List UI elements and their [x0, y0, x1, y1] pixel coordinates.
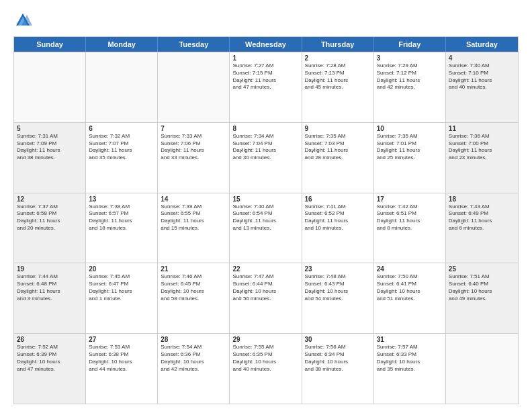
day-number: 8 [232, 125, 298, 132]
calendar-row: 12Sunrise: 7:37 AM Sunset: 6:58 PM Dayli… [14, 193, 518, 263]
calendar-cell: 11Sunrise: 7:36 AM Sunset: 7:00 PM Dayli… [446, 123, 518, 193]
cell-info: Sunrise: 7:42 AM Sunset: 6:51 PM Dayligh… [377, 203, 443, 232]
cell-info: Sunrise: 7:51 AM Sunset: 6:40 PM Dayligh… [449, 273, 515, 302]
cell-info: Sunrise: 7:55 AM Sunset: 6:35 PM Dayligh… [232, 344, 298, 373]
day-number: 9 [305, 125, 371, 132]
cell-info: Sunrise: 7:52 AM Sunset: 6:39 PM Dayligh… [17, 344, 83, 373]
calendar-cell: 13Sunrise: 7:38 AM Sunset: 6:57 PM Dayli… [86, 193, 158, 263]
logo [13, 11, 35, 30]
cell-info: Sunrise: 7:34 AM Sunset: 7:04 PM Dayligh… [232, 133, 298, 162]
header [13, 11, 519, 30]
calendar-cell: 30Sunrise: 7:56 AM Sunset: 6:34 PM Dayli… [302, 334, 374, 404]
cell-info: Sunrise: 7:54 AM Sunset: 6:36 PM Dayligh… [161, 344, 226, 373]
calendar-header: SundayMondayTuesdayWednesdayThursdayFrid… [14, 37, 518, 52]
cell-info: Sunrise: 7:39 AM Sunset: 6:55 PM Dayligh… [161, 203, 226, 232]
calendar-row: 26Sunrise: 7:52 AM Sunset: 6:39 PM Dayli… [14, 333, 518, 404]
cell-info: Sunrise: 7:41 AM Sunset: 6:52 PM Dayligh… [305, 203, 371, 232]
cell-info: Sunrise: 7:29 AM Sunset: 7:12 PM Dayligh… [377, 62, 443, 91]
cell-info: Sunrise: 7:27 AM Sunset: 7:15 PM Dayligh… [232, 62, 298, 91]
day-number: 21 [161, 265, 226, 273]
calendar-cell: 17Sunrise: 7:42 AM Sunset: 6:51 PM Dayli… [374, 193, 446, 263]
calendar-cell: 4Sunrise: 7:30 AM Sunset: 7:10 PM Daylig… [446, 52, 518, 122]
cell-info: Sunrise: 7:43 AM Sunset: 6:49 PM Dayligh… [449, 203, 515, 232]
cell-info: Sunrise: 7:40 AM Sunset: 6:54 PM Dayligh… [232, 203, 298, 232]
calendar-cell: 15Sunrise: 7:40 AM Sunset: 6:54 PM Dayli… [230, 193, 302, 263]
calendar-cell: 26Sunrise: 7:52 AM Sunset: 6:39 PM Dayli… [14, 334, 86, 404]
day-number: 30 [305, 336, 371, 343]
calendar-cell: 3Sunrise: 7:29 AM Sunset: 7:12 PM Daylig… [374, 52, 446, 122]
cell-info: Sunrise: 7:35 AM Sunset: 7:03 PM Dayligh… [305, 133, 371, 162]
day-number: 1 [232, 54, 298, 62]
page: SundayMondayTuesdayWednesdayThursdayFrid… [0, 0, 532, 411]
cell-info: Sunrise: 7:30 AM Sunset: 7:10 PM Dayligh… [449, 62, 515, 91]
calendar-cell: 1Sunrise: 7:27 AM Sunset: 7:15 PM Daylig… [230, 52, 302, 122]
day-number: 14 [161, 195, 226, 203]
day-number: 31 [377, 336, 443, 343]
weekday-header: Friday [374, 37, 446, 52]
calendar-cell: 2Sunrise: 7:28 AM Sunset: 7:13 PM Daylig… [302, 52, 374, 122]
cell-info: Sunrise: 7:33 AM Sunset: 7:06 PM Dayligh… [161, 133, 226, 162]
day-number: 7 [161, 125, 226, 132]
calendar-cell: 5Sunrise: 7:31 AM Sunset: 7:09 PM Daylig… [14, 123, 86, 193]
day-number: 3 [377, 54, 443, 62]
cell-info: Sunrise: 7:53 AM Sunset: 6:38 PM Dayligh… [89, 344, 154, 373]
calendar-cell: 16Sunrise: 7:41 AM Sunset: 6:52 PM Dayli… [302, 193, 374, 263]
day-number: 26 [17, 336, 83, 343]
calendar-cell [86, 52, 158, 122]
calendar-cell: 6Sunrise: 7:32 AM Sunset: 7:07 PM Daylig… [86, 123, 158, 193]
day-number: 29 [232, 336, 298, 343]
cell-info: Sunrise: 7:38 AM Sunset: 6:57 PM Dayligh… [89, 203, 154, 232]
cell-info: Sunrise: 7:47 AM Sunset: 6:44 PM Dayligh… [232, 273, 298, 302]
day-number: 6 [89, 125, 154, 132]
day-number: 19 [17, 265, 83, 273]
calendar-cell: 25Sunrise: 7:51 AM Sunset: 6:40 PM Dayli… [446, 263, 518, 333]
calendar-cell: 29Sunrise: 7:55 AM Sunset: 6:35 PM Dayli… [230, 334, 302, 404]
cell-info: Sunrise: 7:50 AM Sunset: 6:41 PM Dayligh… [377, 273, 443, 302]
day-number: 25 [449, 265, 515, 273]
day-number: 5 [17, 125, 83, 132]
day-number: 28 [161, 336, 226, 343]
calendar-cell: 7Sunrise: 7:33 AM Sunset: 7:06 PM Daylig… [158, 123, 230, 193]
calendar-cell: 27Sunrise: 7:53 AM Sunset: 6:38 PM Dayli… [86, 334, 158, 404]
calendar-body: 1Sunrise: 7:27 AM Sunset: 7:15 PM Daylig… [14, 52, 518, 404]
day-number: 27 [89, 336, 154, 343]
calendar-cell: 9Sunrise: 7:35 AM Sunset: 7:03 PM Daylig… [302, 123, 374, 193]
calendar-cell: 8Sunrise: 7:34 AM Sunset: 7:04 PM Daylig… [230, 123, 302, 193]
weekday-header: Saturday [446, 37, 518, 52]
day-number: 23 [305, 265, 371, 273]
weekday-header: Tuesday [158, 37, 230, 52]
day-number: 2 [305, 54, 371, 62]
calendar-row: 19Sunrise: 7:44 AM Sunset: 6:48 PM Dayli… [14, 263, 518, 333]
cell-info: Sunrise: 7:35 AM Sunset: 7:01 PM Dayligh… [377, 133, 443, 162]
day-number: 15 [232, 195, 298, 203]
calendar-cell: 28Sunrise: 7:54 AM Sunset: 6:36 PM Dayli… [158, 334, 230, 404]
calendar-cell: 20Sunrise: 7:45 AM Sunset: 6:47 PM Dayli… [86, 263, 158, 333]
calendar-cell: 23Sunrise: 7:48 AM Sunset: 6:43 PM Dayli… [302, 263, 374, 333]
day-number: 10 [377, 125, 443, 132]
calendar-cell: 19Sunrise: 7:44 AM Sunset: 6:48 PM Dayli… [14, 263, 86, 333]
cell-info: Sunrise: 7:56 AM Sunset: 6:34 PM Dayligh… [305, 344, 371, 373]
cell-info: Sunrise: 7:46 AM Sunset: 6:45 PM Dayligh… [161, 273, 226, 302]
day-number: 4 [449, 54, 515, 62]
cell-info: Sunrise: 7:36 AM Sunset: 7:00 PM Dayligh… [449, 133, 515, 162]
calendar-cell: 21Sunrise: 7:46 AM Sunset: 6:45 PM Dayli… [158, 263, 230, 333]
calendar-cell: 24Sunrise: 7:50 AM Sunset: 6:41 PM Dayli… [374, 263, 446, 333]
day-number: 11 [449, 125, 515, 132]
cell-info: Sunrise: 7:45 AM Sunset: 6:47 PM Dayligh… [89, 273, 154, 302]
calendar-row: 1Sunrise: 7:27 AM Sunset: 7:15 PM Daylig… [14, 52, 518, 122]
cell-info: Sunrise: 7:57 AM Sunset: 6:33 PM Dayligh… [377, 344, 443, 373]
calendar-row: 5Sunrise: 7:31 AM Sunset: 7:09 PM Daylig… [14, 122, 518, 193]
calendar-cell: 12Sunrise: 7:37 AM Sunset: 6:58 PM Dayli… [14, 193, 86, 263]
calendar-cell: 14Sunrise: 7:39 AM Sunset: 6:55 PM Dayli… [158, 193, 230, 263]
calendar-cell [158, 52, 230, 122]
day-number: 20 [89, 265, 154, 273]
cell-info: Sunrise: 7:37 AM Sunset: 6:58 PM Dayligh… [17, 203, 83, 232]
cell-info: Sunrise: 7:48 AM Sunset: 6:43 PM Dayligh… [305, 273, 371, 302]
cell-info: Sunrise: 7:44 AM Sunset: 6:48 PM Dayligh… [17, 273, 83, 302]
calendar: SundayMondayTuesdayWednesdayThursdayFrid… [13, 36, 519, 404]
day-number: 12 [17, 195, 83, 203]
calendar-cell: 18Sunrise: 7:43 AM Sunset: 6:49 PM Dayli… [446, 193, 518, 263]
logo-icon [13, 11, 32, 30]
day-number: 13 [89, 195, 154, 203]
weekday-header: Sunday [14, 37, 86, 52]
